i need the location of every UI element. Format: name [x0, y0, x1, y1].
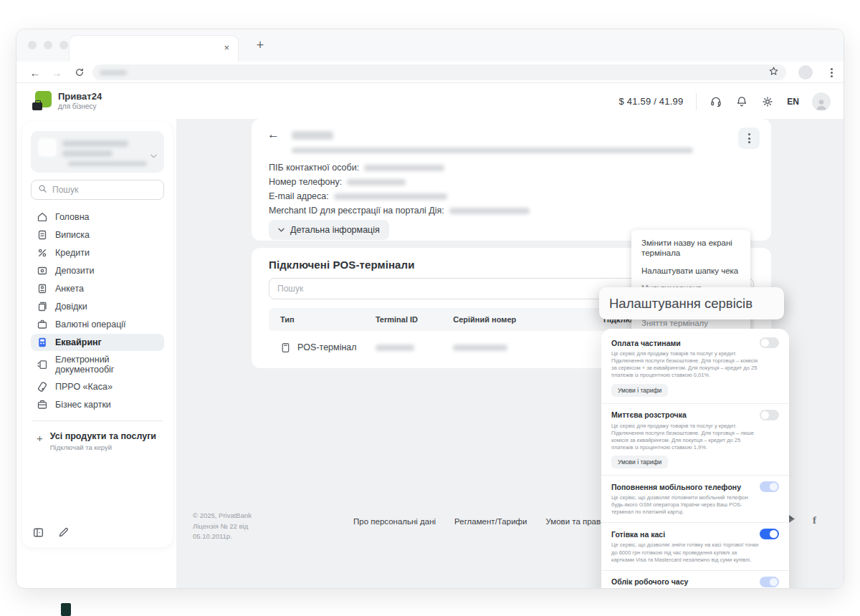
forward-icon[interactable]: →: [48, 64, 65, 81]
browser-tab[interactable]: ×: [69, 35, 239, 62]
terminal-type: POS-термінал: [297, 342, 357, 352]
privatbank-logo-icon: [32, 91, 52, 110]
sidebar-search[interactable]: [31, 180, 164, 200]
toggle-switch[interactable]: [760, 410, 779, 420]
sidebar-item-dovidky[interactable]: Довідки: [31, 298, 164, 315]
browser-window: × + ← → Приват24: [16, 29, 844, 589]
pos-terminals-title: Підключені POS-термінали: [269, 259, 415, 271]
user-avatar[interactable]: [812, 92, 831, 111]
sidebar-divider: [32, 420, 163, 421]
toggle-switch[interactable]: [760, 337, 779, 348]
bookmark-star-icon[interactable]: [768, 66, 779, 80]
sidebar-item-edoc[interactable]: Електронний документообіг: [31, 352, 164, 377]
services-setup-magnifier-tooltip[interactable]: Налаштування сервісів: [599, 287, 784, 319]
business-cards-icon: [37, 399, 48, 410]
profile-card-icon: [37, 283, 48, 294]
home-icon: [37, 211, 48, 223]
account-name-redacted: [62, 140, 128, 147]
sidebar-item-label: Кредити: [55, 248, 90, 258]
sidebar-item-label: Електронний документообіг: [55, 355, 158, 375]
percent-icon: [37, 247, 48, 259]
contact-fields: ПІБ контактної особи: Номер телефону: E-…: [269, 160, 530, 218]
terms-tariffs-button[interactable]: Умови і тарифи: [611, 384, 668, 397]
statement-icon: [37, 229, 48, 241]
service-name: Оплата частинами: [611, 339, 681, 347]
toggle-switch[interactable]: [760, 577, 779, 587]
sidebar: Головна Виписка Кредити Депозити Анкета: [22, 122, 173, 547]
search-input[interactable]: [52, 185, 153, 195]
sidebar-item-label: Довідки: [55, 302, 87, 312]
browser-profile-avatar[interactable]: [798, 65, 813, 80]
deposit-icon: [37, 265, 48, 276]
service-name: Поповнення мобільного телефону: [611, 483, 741, 491]
sidebar-item-label: Валютні операції: [55, 319, 126, 329]
toggle-switch[interactable]: [760, 529, 779, 539]
all-products-button[interactable]: + Усі продукти та послуги Підключай та к…: [31, 428, 164, 454]
sidebar-item-label: Виписка: [55, 230, 90, 240]
service-mytteva-rozstrochka: Миттєва розстрочка Це сервіс для продажу…: [601, 403, 789, 476]
menu-item-receipt-header[interactable]: Налаштувати шапку чека: [631, 262, 750, 279]
app-header: Приват24 для бізнесу $ 41.59 / 41.99 EN: [16, 84, 844, 119]
service-popovnennia-mobilnoho: Поповнення мобільного телефону Це сервіс…: [601, 475, 789, 522]
search-icon: [38, 183, 47, 196]
terminal-id-redacted: [376, 345, 414, 351]
screenshot: × + ← → Приват24: [0, 0, 860, 616]
sidebar-nav: Головна Виписка Кредити Депозити Анкета: [31, 208, 164, 413]
services-settings-panel: Оплата частинами Це сервіс для продажу т…: [601, 329, 789, 589]
sidebar-item-biznes-kartky[interactable]: Бізнес картки: [31, 396, 164, 413]
detailed-info-button[interactable]: Детальна інформація: [269, 220, 389, 240]
terminal-name-redacted: [292, 131, 333, 140]
browser-menu-icon[interactable]: [826, 66, 836, 79]
sidebar-item-label: Бізнес картки: [55, 400, 111, 410]
sidebar-item-vypyska[interactable]: Виписка: [31, 226, 164, 244]
all-products-subtitle: Підключай та керуй: [50, 443, 156, 451]
language-switcher[interactable]: EN: [787, 97, 799, 107]
notifications-bell-icon[interactable]: [735, 95, 748, 108]
toggle-switch[interactable]: [760, 481, 779, 492]
service-description: Це сервіс для продажу товарів та послуг …: [611, 350, 760, 380]
back-arrow-icon[interactable]: ←: [267, 127, 280, 142]
terminal-actions-kebab-button[interactable]: [738, 127, 760, 149]
window-traffic-lights[interactable]: [28, 41, 68, 49]
col-serial: Серійний номер: [453, 315, 603, 324]
tab-close-icon[interactable]: ×: [224, 42, 229, 53]
sidebar-item-prro-kasa[interactable]: ПРРО «Каса»: [31, 378, 164, 395]
doc-exchange-icon: [37, 359, 48, 370]
field-row: ПІБ контактної особи:: [269, 160, 530, 175]
sidebar-item-valiutni[interactable]: Валютні операції: [31, 316, 164, 333]
privat24-logo[interactable]: Приват24 для бізнесу: [32, 91, 102, 110]
collapse-sidebar-icon[interactable]: [32, 526, 44, 539]
reload-icon[interactable]: [71, 64, 88, 81]
edit-pencil-icon[interactable]: [57, 526, 70, 539]
back-icon[interactable]: ←: [27, 64, 44, 81]
service-description: Це сервіс, що дозволяє поповнити мобільн…: [611, 494, 760, 516]
sidebar-item-anketa[interactable]: Анкета: [31, 280, 164, 297]
new-tab-button[interactable]: +: [250, 35, 270, 55]
support-headset-icon[interactable]: [710, 95, 722, 108]
field-row: Merchant ID для реєстрації на порталі Ді…: [269, 203, 530, 218]
account-name-redacted: [62, 150, 113, 157]
briefcase-icon: [37, 319, 48, 330]
terms-tariffs-button[interactable]: Умови і тарифи: [611, 456, 668, 468]
facebook-icon[interactable]: f: [813, 514, 816, 526]
account-selector[interactable]: [31, 131, 164, 173]
service-oplata-chastynamy: Оплата частинами Це сервіс для продажу т…: [601, 329, 789, 403]
serial-redacted: [453, 345, 507, 351]
cropped-dock-icon: [61, 603, 71, 616]
brand-title: Приват24: [58, 91, 102, 102]
sidebar-item-holovna[interactable]: Головна: [31, 208, 164, 226]
address-bar[interactable]: [92, 64, 786, 80]
footer-link-tariffs[interactable]: Регламент/Тарифи: [454, 517, 527, 526]
settings-gear-icon[interactable]: [761, 95, 774, 108]
sidebar-item-ekvairynh[interactable]: Еквайринг: [31, 334, 164, 351]
footer-link-personal-data[interactable]: Про персональні дані: [353, 517, 436, 526]
menu-item-rename[interactable]: Змінити назву на екрані термінала: [631, 234, 750, 262]
sidebar-item-depozyty[interactable]: Депозити: [31, 262, 164, 279]
currency-rate[interactable]: $ 41.59 / 41.99: [619, 96, 684, 107]
service-name: Готівка на касі: [611, 530, 665, 539]
plus-icon: +: [37, 432, 43, 444]
service-hotivka-na-kasi: Готівка на касі Це сервіс, що дозволяє з…: [601, 522, 789, 569]
brand-subtitle: для бізнесу: [58, 102, 102, 110]
service-description: Це сервіс, що дозволяє зняти готівку на …: [611, 542, 760, 563]
sidebar-item-kredyty[interactable]: Кредити: [31, 244, 164, 261]
